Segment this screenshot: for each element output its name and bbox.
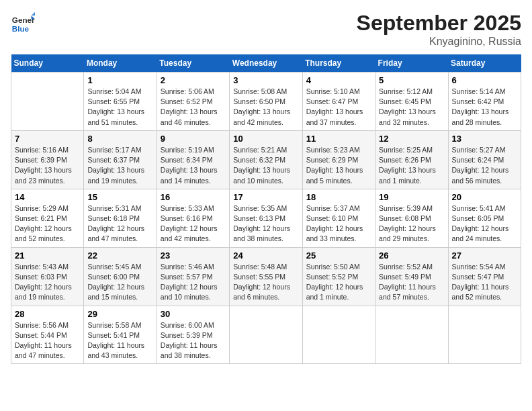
day-number: 22	[87, 250, 152, 261]
day-number: 12	[379, 134, 444, 144]
day-info: Sunrise: 5:12 AM Sunset: 6:45 PM Dayligh…	[379, 87, 444, 128]
calendar-cell: 13Sunrise: 5:27 AM Sunset: 6:24 PM Dayli…	[448, 130, 521, 189]
day-number: 11	[306, 134, 371, 144]
svg-marker-3	[32, 12, 35, 15]
calendar-cell: 8Sunrise: 5:17 AM Sunset: 6:37 PM Daylig…	[84, 130, 157, 189]
calendar-cell: 19Sunrise: 5:39 AM Sunset: 6:08 PM Dayli…	[375, 189, 448, 247]
calendar-cell: 4Sunrise: 5:10 AM Sunset: 6:47 PM Daylig…	[302, 73, 375, 131]
day-info: Sunrise: 5:31 AM Sunset: 6:18 PM Dayligh…	[87, 203, 152, 244]
day-number: 29	[87, 309, 152, 319]
day-info: Sunrise: 5:14 AM Sunset: 6:42 PM Dayligh…	[452, 87, 517, 128]
day-number: 28	[15, 309, 80, 319]
weekday-header-saturday: Saturday	[448, 54, 521, 73]
day-number: 3	[233, 75, 298, 85]
calendar-cell: 3Sunrise: 5:08 AM Sunset: 6:50 PM Daylig…	[230, 73, 302, 131]
day-info: Sunrise: 5:16 AM Sunset: 6:39 PM Dayligh…	[15, 145, 80, 186]
day-number: 9	[161, 134, 226, 144]
day-info: Sunrise: 5:08 AM Sunset: 6:50 PM Dayligh…	[233, 87, 298, 128]
day-info: Sunrise: 5:17 AM Sunset: 6:37 PM Dayligh…	[87, 145, 152, 186]
day-info: Sunrise: 5:27 AM Sunset: 6:24 PM Dayligh…	[452, 145, 517, 186]
day-number: 2	[161, 75, 226, 85]
day-number: 16	[161, 192, 226, 202]
calendar-cell: 22Sunrise: 5:45 AM Sunset: 6:00 PM Dayli…	[84, 247, 157, 306]
day-info: Sunrise: 5:45 AM Sunset: 6:00 PM Dayligh…	[87, 262, 152, 303]
title-block: September 2025 Knyaginino, Russia	[357, 11, 521, 48]
calendar-cell	[11, 73, 84, 131]
calendar-week-5: 28Sunrise: 5:56 AM Sunset: 5:44 PM Dayli…	[11, 306, 521, 364]
calendar-week-3: 14Sunrise: 5:29 AM Sunset: 6:21 PM Dayli…	[11, 189, 521, 247]
calendar-cell	[302, 306, 375, 364]
calendar-week-2: 7Sunrise: 5:16 AM Sunset: 6:39 PM Daylig…	[11, 130, 521, 189]
day-info: Sunrise: 5:56 AM Sunset: 5:44 PM Dayligh…	[15, 320, 80, 361]
calendar-cell: 14Sunrise: 5:29 AM Sunset: 6:21 PM Dayli…	[11, 189, 84, 247]
day-info: Sunrise: 5:41 AM Sunset: 6:05 PM Dayligh…	[452, 203, 517, 244]
day-info: Sunrise: 5:21 AM Sunset: 6:32 PM Dayligh…	[233, 145, 298, 186]
day-info: Sunrise: 5:58 AM Sunset: 5:41 PM Dayligh…	[87, 320, 152, 361]
day-info: Sunrise: 5:50 AM Sunset: 5:52 PM Dayligh…	[306, 262, 371, 303]
calendar-cell: 24Sunrise: 5:48 AM Sunset: 5:55 PM Dayli…	[230, 247, 302, 306]
calendar-cell: 5Sunrise: 5:12 AM Sunset: 6:45 PM Daylig…	[375, 73, 448, 131]
day-number: 27	[452, 250, 517, 261]
day-info: Sunrise: 5:29 AM Sunset: 6:21 PM Dayligh…	[15, 203, 80, 244]
weekday-header-sunday: Sunday	[11, 54, 84, 73]
day-number: 14	[15, 192, 80, 202]
calendar-cell: 1Sunrise: 5:04 AM Sunset: 6:55 PM Daylig…	[84, 73, 157, 131]
calendar-cell: 7Sunrise: 5:16 AM Sunset: 6:39 PM Daylig…	[11, 130, 84, 189]
day-info: Sunrise: 5:37 AM Sunset: 6:10 PM Dayligh…	[306, 203, 371, 244]
calendar-cell	[230, 306, 302, 364]
calendar-cell: 11Sunrise: 5:23 AM Sunset: 6:29 PM Dayli…	[302, 130, 375, 189]
calendar-cell: 28Sunrise: 5:56 AM Sunset: 5:44 PM Dayli…	[11, 306, 84, 364]
calendar-cell	[448, 306, 521, 364]
logo: General Blue	[11, 11, 38, 35]
day-info: Sunrise: 6:00 AM Sunset: 5:39 PM Dayligh…	[161, 320, 226, 361]
calendar-cell: 9Sunrise: 5:19 AM Sunset: 6:34 PM Daylig…	[157, 130, 229, 189]
calendar-cell: 21Sunrise: 5:43 AM Sunset: 6:03 PM Dayli…	[11, 247, 84, 306]
day-number: 24	[233, 250, 298, 261]
calendar-cell: 16Sunrise: 5:33 AM Sunset: 6:16 PM Dayli…	[157, 189, 229, 247]
day-number: 13	[452, 134, 517, 144]
day-info: Sunrise: 5:46 AM Sunset: 5:57 PM Dayligh…	[161, 262, 226, 303]
day-info: Sunrise: 5:23 AM Sunset: 6:29 PM Dayligh…	[306, 145, 371, 186]
day-number: 5	[379, 75, 444, 85]
day-number: 17	[233, 192, 298, 202]
day-number: 8	[87, 134, 152, 144]
calendar-cell: 10Sunrise: 5:21 AM Sunset: 6:32 PM Dayli…	[230, 130, 302, 189]
calendar-cell	[375, 306, 448, 364]
calendar-cell: 20Sunrise: 5:41 AM Sunset: 6:05 PM Dayli…	[448, 189, 521, 247]
day-number: 1	[87, 75, 152, 85]
day-info: Sunrise: 5:39 AM Sunset: 6:08 PM Dayligh…	[379, 203, 444, 244]
day-number: 21	[15, 250, 80, 261]
day-info: Sunrise: 5:25 AM Sunset: 6:26 PM Dayligh…	[379, 145, 444, 186]
day-info: Sunrise: 5:52 AM Sunset: 5:49 PM Dayligh…	[379, 262, 444, 303]
weekday-header-friday: Friday	[375, 54, 448, 73]
svg-text:Blue: Blue	[12, 24, 30, 33]
calendar-cell: 25Sunrise: 5:50 AM Sunset: 5:52 PM Dayli…	[302, 247, 375, 306]
weekday-header-thursday: Thursday	[302, 54, 375, 73]
day-info: Sunrise: 5:10 AM Sunset: 6:47 PM Dayligh…	[306, 87, 371, 128]
calendar-body: 1Sunrise: 5:04 AM Sunset: 6:55 PM Daylig…	[11, 73, 521, 364]
calendar-cell: 23Sunrise: 5:46 AM Sunset: 5:57 PM Dayli…	[157, 247, 229, 306]
day-info: Sunrise: 5:35 AM Sunset: 6:13 PM Dayligh…	[233, 203, 298, 244]
day-number: 23	[161, 250, 226, 261]
calendar-header: SundayMondayTuesdayWednesdayThursdayFrid…	[11, 54, 521, 73]
day-info: Sunrise: 5:33 AM Sunset: 6:16 PM Dayligh…	[161, 203, 226, 244]
day-info: Sunrise: 5:54 AM Sunset: 5:47 PM Dayligh…	[452, 262, 517, 303]
day-number: 15	[87, 192, 152, 202]
calendar-cell: 12Sunrise: 5:25 AM Sunset: 6:26 PM Dayli…	[375, 130, 448, 189]
calendar-cell: 17Sunrise: 5:35 AM Sunset: 6:13 PM Dayli…	[230, 189, 302, 247]
day-number: 30	[161, 309, 226, 319]
location: Knyaginino, Russia	[357, 36, 521, 48]
calendar-week-4: 21Sunrise: 5:43 AM Sunset: 6:03 PM Dayli…	[11, 247, 521, 306]
weekday-header-tuesday: Tuesday	[157, 54, 229, 73]
calendar-cell: 30Sunrise: 6:00 AM Sunset: 5:39 PM Dayli…	[157, 306, 229, 364]
day-number: 6	[452, 75, 517, 85]
day-info: Sunrise: 5:48 AM Sunset: 5:55 PM Dayligh…	[233, 262, 298, 303]
logo-icon: General Blue	[11, 11, 35, 35]
calendar-week-1: 1Sunrise: 5:04 AM Sunset: 6:55 PM Daylig…	[11, 73, 521, 131]
day-number: 20	[452, 192, 517, 202]
calendar-cell: 15Sunrise: 5:31 AM Sunset: 6:18 PM Dayli…	[84, 189, 157, 247]
day-number: 4	[306, 75, 371, 85]
calendar-table: SundayMondayTuesdayWednesdayThursdayFrid…	[11, 54, 521, 364]
day-number: 18	[306, 192, 371, 202]
day-number: 19	[379, 192, 444, 202]
